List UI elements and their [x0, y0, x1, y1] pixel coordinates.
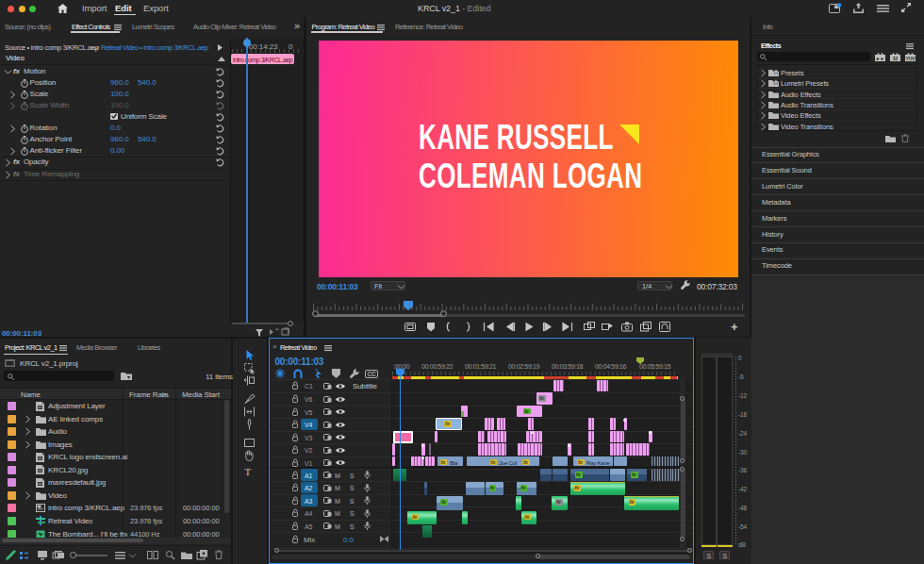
svg-text:YUV: YUV	[906, 56, 916, 61]
svg-text:CC: CC	[367, 371, 376, 377]
svg-text:►►: ►►	[876, 56, 885, 61]
svg-text:▾: ▾	[127, 374, 130, 380]
svg-text:32: 32	[893, 56, 899, 61]
svg-text:T: T	[245, 466, 252, 477]
